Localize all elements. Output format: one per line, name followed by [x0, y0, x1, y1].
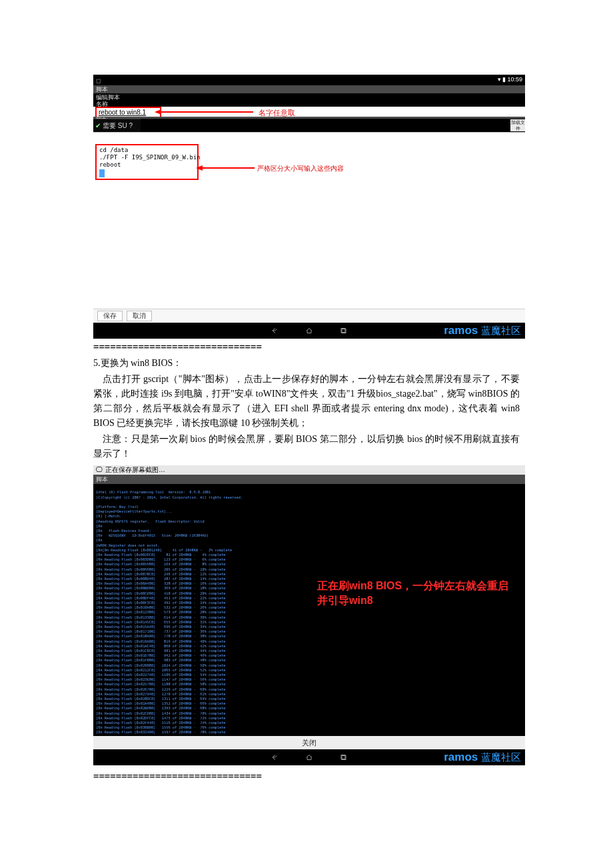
su-checkbox[interactable]: ✔ 需要 SU ?: [93, 119, 141, 133]
nav-recent-icon[interactable]: [340, 753, 348, 761]
divider: ==============================: [93, 341, 520, 352]
app-icon: ◻: [96, 77, 101, 84]
nav-recent-icon[interactable]: [340, 327, 348, 335]
brand-watermark-2: ramos 蓝魔社区: [444, 751, 521, 764]
check-icon: ✔: [95, 123, 101, 129]
action-row: 保存 取消: [93, 309, 525, 323]
text-cursor: [99, 169, 105, 177]
tab-title: 脚本: [93, 85, 525, 93]
nav-home-icon[interactable]: [305, 753, 313, 761]
annotation-label-2: 严格区分大小写输入这些内容: [257, 164, 344, 173]
overlay-flashing-note: 正在刷win8 BIOS，一分钟左右就会重启并引导win8: [317, 579, 518, 608]
cancel-button[interactable]: 取消: [127, 311, 152, 321]
divider-2: ==============================: [93, 771, 520, 781]
nav-home-icon[interactable]: [305, 327, 313, 335]
paragraph-main: 点击打开 gscript（"脚本"图标），点击上一步保存好的脚本，一分钟左右就会…: [93, 372, 520, 431]
wifi-icon: ▾: [498, 76, 501, 83]
heading-step5: 5.更换为 win8 BIOS：: [93, 356, 520, 371]
status-bar: ◻ ▾ ▮ 10:59: [93, 75, 525, 85]
script-content[interactable]: cd /data ./FPT -F I9S_SPINOR_09_W.bin re…: [95, 144, 199, 180]
su-row: ✔ 需要 SU ? 加载文件: [93, 119, 525, 132]
window-title: 🖵 正在保存屏幕截图…: [93, 465, 525, 475]
annotation-arrow-1: [160, 111, 253, 113]
section-header-line1: 编辑脚本: [96, 94, 525, 101]
section-header: 编辑脚本 名称: [93, 93, 525, 107]
paragraph-note: 注意：只是第一次刷 bios 的时候会黑屏，要刷 BIOS 第二部分，以后切换 …: [93, 432, 520, 461]
terminal-output: Intel (R) Flash Programming Tool Version…: [96, 490, 243, 765]
load-file-button[interactable]: 加载文件: [510, 119, 525, 131]
brand-watermark: ramos 蓝魔社区: [444, 324, 521, 337]
nav-back-icon[interactable]: [271, 753, 279, 761]
su-label: 需要 SU ?: [103, 121, 133, 131]
tab-title-2: 脚本: [93, 475, 525, 484]
screenshot-flashing-bios: 🖵 正在保存屏幕截图… 脚本 Intel (R) Flash Programmi…: [93, 465, 525, 765]
close-label: 关闭: [302, 738, 316, 748]
save-button[interactable]: 保存: [97, 311, 123, 321]
screenshot-script-editor: ◻ ▾ ▮ 10:59 脚本 编辑脚本 名称 reboot to win8.1 …: [93, 75, 525, 339]
annotation-arrow-2: [201, 167, 255, 169]
battery-icon: ▮: [502, 76, 506, 83]
status-bar-time: ▾ ▮ 10:59: [498, 76, 522, 83]
close-bar[interactable]: 关闭: [93, 736, 525, 749]
terminal-area: Intel (R) Flash Programming Tool Version…: [93, 485, 525, 736]
screenshot-icon: 🖵: [96, 465, 103, 475]
nav-back-icon[interactable]: [271, 327, 279, 335]
